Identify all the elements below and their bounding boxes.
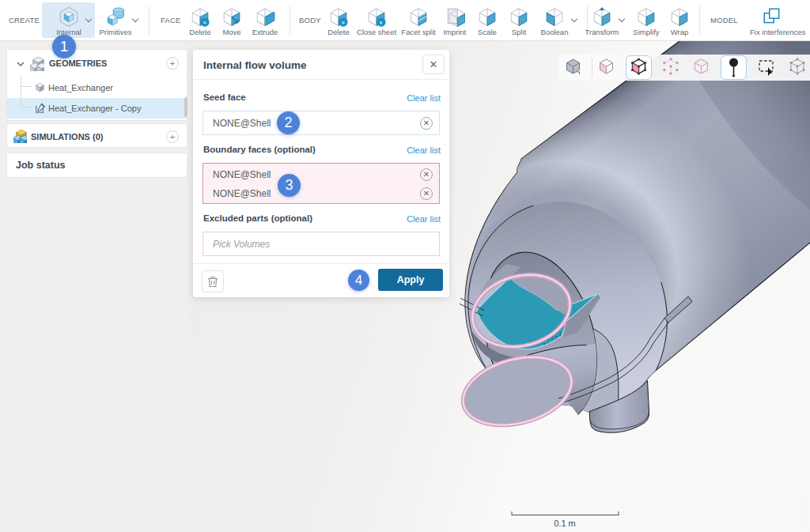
svg-text:0.1 m: 0.1 m	[554, 519, 576, 528]
svg-text:×: ×	[342, 19, 346, 26]
svg-text:×: ×	[203, 19, 207, 26]
svg-text:◐: ◐	[380, 19, 384, 26]
